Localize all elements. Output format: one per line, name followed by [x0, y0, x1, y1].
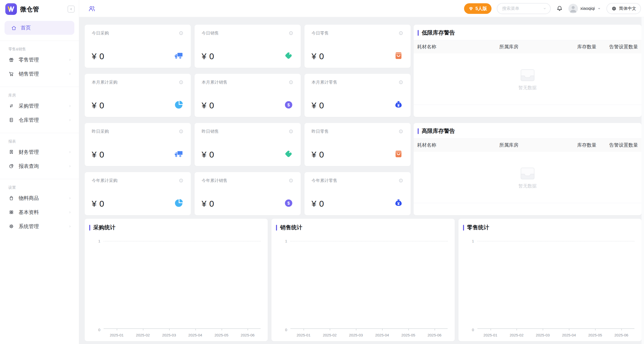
stat-card-value: ¥ 0	[312, 51, 324, 61]
info-icon[interactable]	[288, 129, 294, 134]
stat-card-today-retail: 今日零售 ¥ 0	[304, 25, 411, 68]
x-tick-label: 2025-05	[395, 333, 421, 337]
y-tick-max: 1	[90, 239, 104, 243]
sidebar-item-home[interactable]: 首页	[5, 21, 74, 35]
bag-icon	[8, 195, 14, 201]
y-tick-max: 1	[277, 239, 290, 243]
col-stock-qty: 库存数量	[566, 142, 596, 148]
plan-badge-label: 5人版	[475, 6, 487, 12]
chevron-down-icon	[597, 7, 601, 11]
money-bag-icon	[393, 198, 404, 208]
info-icon[interactable]	[178, 80, 184, 85]
x-axis	[477, 328, 634, 331]
gear-icon	[8, 223, 14, 229]
sidebar-item-purchase-mgmt[interactable]: 采购管理	[0, 99, 79, 113]
truck-icon	[174, 149, 184, 159]
sidebar-item-report-query[interactable]: 报表查询	[0, 159, 79, 173]
y-tick-min: 0	[90, 328, 104, 332]
sidebar-divider	[0, 41, 79, 41]
stat-card-title: 昨日销售	[202, 129, 219, 134]
chevron-right-icon	[68, 118, 72, 122]
stat-card-value: ¥ 0	[92, 150, 104, 160]
stat-card-title: 今日销售	[202, 30, 219, 36]
dashboard: 今日采购 ¥ 0 今日销售 ¥ 0 今日零售	[79, 17, 644, 344]
info-icon[interactable]	[288, 30, 294, 36]
col-alert-qty: 告警设置数量	[596, 44, 638, 50]
x-tick-label: 2025-04	[556, 333, 582, 337]
stat-card-title: 今日采购	[92, 30, 109, 36]
sidebar-item-label: 物料商品	[19, 195, 39, 202]
x-tick-label: 2025-01	[104, 333, 130, 337]
stat-card-title: 昨日零售	[312, 129, 329, 134]
logo-row: 微仓管	[0, 0, 79, 17]
sidebar-item-system-mgmt[interactable]: 系统管理	[0, 219, 79, 233]
scrollbar[interactable]	[641, 17, 644, 344]
sidebar-item-material-goods[interactable]: 物料商品	[0, 191, 79, 205]
users-icon[interactable]	[88, 5, 96, 12]
dollar-icon: $	[284, 100, 294, 110]
dashboard-top: 今日采购 ¥ 0 今日销售 ¥ 0 今日零售	[85, 25, 641, 215]
x-tick-label: 2025-01	[290, 333, 317, 337]
bell-icon[interactable]	[556, 5, 563, 12]
x-tick-label: 2025-04	[182, 333, 208, 337]
info-icon[interactable]	[178, 30, 184, 36]
sidebar-item-label: 报表查询	[19, 163, 39, 170]
sidebar-item-basic-data[interactable]: 基本资料	[0, 205, 79, 219]
info-icon[interactable]	[178, 178, 184, 183]
stat-card-month-retail: 本月累计零售 ¥ 0	[304, 74, 411, 117]
grid-icon	[8, 209, 14, 215]
x-tick-label: 2025-03	[343, 333, 369, 337]
info-icon[interactable]	[398, 80, 404, 85]
app-logo-icon	[5, 3, 17, 15]
sidebar-collapse-button[interactable]	[68, 6, 75, 13]
empty-state: 暂无数据	[414, 53, 641, 105]
svg-text:$: $	[287, 103, 290, 107]
inbox-icon	[517, 166, 538, 182]
info-icon[interactable]	[398, 129, 404, 134]
stat-card-title: 今年累计采购	[92, 178, 117, 183]
stat-card-title: 昨日采购	[92, 129, 109, 134]
search-input[interactable]	[502, 6, 542, 11]
info-icon[interactable]	[398, 30, 404, 36]
tag-icon	[284, 51, 294, 61]
tag-icon	[284, 149, 294, 159]
info-icon[interactable]	[288, 178, 294, 183]
user-menu[interactable]: xiaoqiqi	[568, 4, 601, 13]
plan-badge[interactable]: 5人版	[464, 3, 492, 14]
col-warehouse: 所属库房	[499, 44, 566, 50]
chart-title: 采购统计	[93, 224, 115, 231]
chart-plot: 1 0 2025-012025-022025-032025-042025-052…	[276, 233, 449, 341]
chart-card-0: 采购统计 1 0 2025-012025-022025-032025-04202…	[85, 219, 268, 341]
x-axis-labels: 2025-012025-022025-032025-042025-052025-…	[477, 332, 634, 337]
sidebar-section-label: 库房	[8, 93, 79, 98]
sidebar-item-finance-mgmt[interactable]: 财务管理	[0, 145, 79, 159]
sidebar-item-label: 系统管理	[19, 223, 39, 230]
sidebar-item-sales-mgmt[interactable]: 销售管理	[0, 67, 79, 81]
sidebar-item-warehouse-mgmt[interactable]: 仓库管理	[0, 113, 79, 127]
language-button[interactable]: 简体中文	[606, 3, 641, 14]
globe-icon	[611, 6, 617, 11]
info-icon[interactable]	[288, 80, 294, 85]
x-tick-label: 2025-05	[208, 333, 235, 337]
sidebar-item-retail-mgmt[interactable]: 零售管理	[0, 53, 79, 67]
stat-card-value: ¥ 0	[202, 51, 214, 61]
chevron-right-icon	[68, 104, 72, 108]
gift-icon	[8, 57, 14, 63]
content-column: 5人版 xiaoqiqi	[79, 0, 644, 344]
warning-panels: 低限库存警告 耗材名称 所属库房 库存数量 告警设置数量 暂无数据 高限库存警告	[414, 25, 641, 215]
empty-text: 暂无数据	[518, 85, 537, 91]
chevron-right-icon	[68, 210, 72, 214]
info-icon[interactable]	[178, 129, 184, 134]
sidebar-divider	[0, 133, 79, 133]
stat-card-value: ¥ 0	[202, 101, 214, 110]
table-header: 耗材名称 所属库房 库存数量 告警设置数量	[414, 139, 641, 152]
info-icon[interactable]	[398, 178, 404, 183]
y-tick-min: 0	[464, 328, 477, 332]
chart-card-1: 销售统计 1 0 2025-012025-022025-032025-04202…	[271, 219, 454, 341]
dollar-icon: $	[284, 198, 294, 208]
chevron-right-icon	[68, 58, 72, 62]
y-tick-max: 1	[464, 239, 477, 243]
stat-card-value: ¥ 0	[312, 199, 324, 209]
stat-card-month-purchase: 本月累计采购 ¥ 0	[85, 74, 191, 117]
sidebar: 微仓管 首页 零售&销售 零售管理 销售管理 库房 采购管	[0, 0, 79, 344]
